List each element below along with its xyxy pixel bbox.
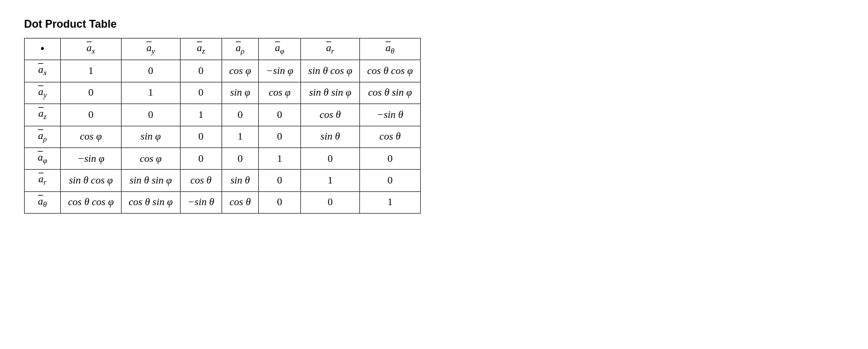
cell: cos θ xyxy=(360,126,421,147)
cell: 0 xyxy=(259,126,301,147)
cell: 0 xyxy=(222,104,258,126)
table-row: ar sin θ cos φ sin θ sin φ cos θ sin θ 0… xyxy=(25,170,421,191)
table-row: aφ −sin φ cos φ 0 0 1 0 0 xyxy=(25,147,421,169)
cell: 0 xyxy=(180,82,222,103)
table-row: az 0 0 1 0 0 cos θ −sin θ xyxy=(25,104,421,126)
cell: sin θ sin φ xyxy=(301,82,360,103)
table-row: ay 0 1 0 sin φ cos φ sin θ sin φ cos θ s… xyxy=(25,82,421,103)
cell: 1 xyxy=(259,147,301,169)
header-az: az xyxy=(180,39,222,60)
cell: cos θ sin φ xyxy=(360,82,421,103)
cell: sin θ sin φ xyxy=(121,170,180,191)
cell: cos θ cos φ xyxy=(360,60,421,82)
table-row: aθ cos θ cos φ cos θ sin φ −sin θ cos θ … xyxy=(25,191,421,213)
cell: 0 xyxy=(360,147,421,169)
cell: sin θ cos φ xyxy=(61,170,122,191)
cell: 0 xyxy=(259,170,301,191)
cell: cos θ xyxy=(222,191,258,213)
cell: sin θ xyxy=(222,170,258,191)
cell: cos θ sin φ xyxy=(121,191,180,213)
row-header-ar: ar xyxy=(25,170,61,191)
cell: −sin φ xyxy=(259,60,301,82)
header-arho: aρ xyxy=(222,39,258,60)
cell: 1 xyxy=(301,170,360,191)
cell: 0 xyxy=(61,82,122,103)
header-ay: ay xyxy=(121,39,180,60)
cell: 0 xyxy=(259,191,301,213)
cell: cos θ cos φ xyxy=(61,191,122,213)
cell: 0 xyxy=(222,147,258,169)
cell: cos φ xyxy=(222,60,258,82)
row-header-ay: ay xyxy=(25,82,61,103)
cell: 1 xyxy=(61,60,122,82)
cell: 0 xyxy=(61,104,122,126)
cell: 0 xyxy=(180,126,222,147)
cell: cos θ xyxy=(180,170,222,191)
cell: 1 xyxy=(360,191,421,213)
cell: cos φ xyxy=(259,82,301,103)
cell: 1 xyxy=(180,104,222,126)
cell: 1 xyxy=(222,126,258,147)
row-header-ax: ax xyxy=(25,60,61,82)
header-ax: ax xyxy=(61,39,122,60)
table-row: aρ cos φ sin φ 0 1 0 sin θ cos θ xyxy=(25,126,421,147)
cell: −sin θ xyxy=(360,104,421,126)
cell: 0 xyxy=(180,147,222,169)
page-title: Dot Product Table xyxy=(24,18,844,31)
cell: cos θ xyxy=(301,104,360,126)
row-header-atheta: aθ xyxy=(25,191,61,213)
table-row: ax 1 0 0 cos φ −sin φ sin θ cos φ cos θ … xyxy=(25,60,421,82)
cell: sin φ xyxy=(121,126,180,147)
header-ar: ar xyxy=(301,39,360,60)
row-header-aphi: aφ xyxy=(25,147,61,169)
dot-product-table: • ax ay az aρ aφ ar aθ ax 1 0 0 cos φ −s… xyxy=(24,38,421,214)
cell: cos φ xyxy=(61,126,122,147)
header-atheta: aθ xyxy=(360,39,421,60)
cell: 0 xyxy=(301,147,360,169)
header-bullet: • xyxy=(25,39,61,60)
cell: 0 xyxy=(121,60,180,82)
row-header-arho: aρ xyxy=(25,126,61,147)
cell: 0 xyxy=(121,104,180,126)
cell: −sin θ xyxy=(180,191,222,213)
cell: 0 xyxy=(259,104,301,126)
cell: 0 xyxy=(360,170,421,191)
cell: 1 xyxy=(121,82,180,103)
header-aphi: aφ xyxy=(259,39,301,60)
cell: sin φ xyxy=(222,82,258,103)
cell: −sin φ xyxy=(61,147,122,169)
cell: 0 xyxy=(301,191,360,213)
cell: sin θ xyxy=(301,126,360,147)
cell: cos φ xyxy=(121,147,180,169)
cell: 0 xyxy=(180,60,222,82)
cell: sin θ cos φ xyxy=(301,60,360,82)
table-header-row: • ax ay az aρ aφ ar aθ xyxy=(25,39,421,60)
row-header-az: az xyxy=(25,104,61,126)
